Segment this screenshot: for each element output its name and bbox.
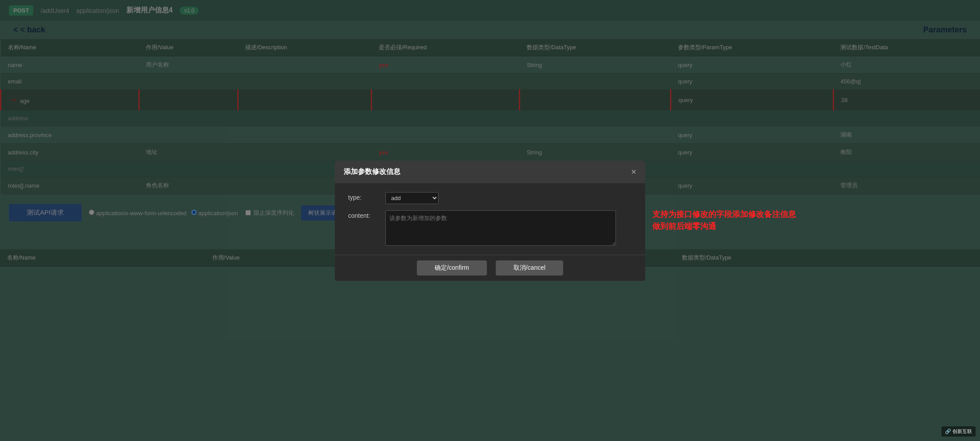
content-label: content:: [348, 210, 379, 219]
annotation-line2: 做到前后端零沟通: [652, 220, 796, 232]
modal-dialog: 添加参数修改信息 × type: add modify delete conte…: [335, 161, 645, 267]
content-textarea[interactable]: [385, 210, 616, 246]
content-row: content:: [348, 210, 632, 246]
modal-close-button[interactable]: ×: [631, 167, 636, 177]
modal-footer: 确定/confirm 取消/cancel: [335, 255, 645, 267]
type-label: type:: [348, 192, 379, 201]
modal-header: 添加参数修改信息 ×: [335, 161, 645, 183]
cancel-button[interactable]: 取消/cancel: [496, 260, 563, 267]
modal-title: 添加参数修改信息: [344, 167, 400, 177]
modal-body: type: add modify delete content:: [335, 183, 645, 255]
type-select[interactable]: add modify delete: [385, 192, 439, 204]
modal-overlay: 添加参数修改信息 × type: add modify delete conte…: [0, 0, 980, 267]
type-row: type: add modify delete: [348, 192, 632, 204]
annotation-callout: 支持为接口修改的字段添加修改备注信息 做到前后端零沟通: [652, 209, 796, 232]
annotation-line1: 支持为接口修改的字段添加修改备注信息: [652, 209, 796, 220]
modal-wrapper: 添加参数修改信息 × type: add modify delete conte…: [335, 161, 645, 267]
confirm-button[interactable]: 确定/confirm: [417, 260, 487, 267]
